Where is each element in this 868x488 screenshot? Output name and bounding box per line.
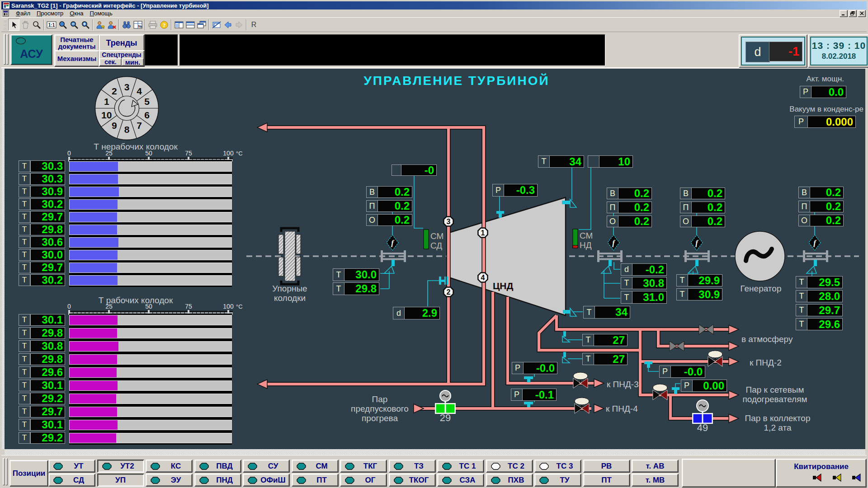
temp-value-box: Т29.6	[19, 366, 65, 378]
zoom-out-icon[interactable]	[68, 19, 80, 31]
temp-bar-fill	[70, 381, 118, 390]
gauge-g4-v: В0.2	[798, 187, 844, 198]
nav-button-тз[interactable]: ТЗ	[389, 460, 436, 473]
nav-button-тког[interactable]: ТКОГ	[389, 474, 436, 487]
grip-handle[interactable]	[5, 458, 8, 485]
valve49-label: 49	[691, 423, 714, 432]
minimize-button[interactable]	[840, 10, 848, 17]
temp-value-box: Т30.3	[19, 173, 65, 185]
temp-bar	[69, 263, 232, 273]
cursor-arrow-icon[interactable]	[8, 19, 19, 31]
temp-bar	[69, 199, 232, 210]
nav-button-сд[interactable]: СД	[48, 474, 95, 487]
nav-button-пт[interactable]: ПТ	[583, 474, 630, 487]
menu-item-2[interactable]: Просмотр	[33, 9, 66, 17]
vacuum-label: Вакуум в конденс-ре	[746, 104, 863, 114]
help-icon[interactable]: ?	[158, 19, 170, 31]
grip-handle[interactable]	[3, 458, 5, 485]
nav-button-пт[interactable]: ПТ	[292, 474, 339, 487]
lp-cylinder-label: ЦНД	[493, 281, 515, 291]
nav-button-кс[interactable]: КС	[146, 460, 193, 473]
nav-button-сза[interactable]: СЗА	[437, 474, 484, 487]
bars2-title: Т рабочих колодок	[54, 296, 217, 305]
thrust-bearing-label: Упорныеколодки	[269, 284, 310, 303]
split-vertical-icon[interactable]	[173, 19, 184, 31]
nav-button-тс-2[interactable]: ТС 2	[486, 460, 533, 473]
mechanisms-button[interactable]: Механизмы	[54, 50, 99, 67]
gauge-g2-o: О0.2	[607, 216, 652, 227]
nav-button-ткг[interactable]: ТКГ	[340, 460, 387, 473]
nav-button-т-ав[interactable]: т. АВ	[632, 460, 679, 473]
status-dot-on	[345, 463, 354, 470]
nav-button-рв[interactable]: РВ	[583, 460, 630, 473]
gauge-g3-v: В0.2	[680, 188, 725, 199]
menu-item-1[interactable]: Файл	[13, 9, 33, 17]
nav-forward-icon[interactable]	[233, 19, 245, 31]
one-to-one-icon[interactable]: 1:1	[46, 19, 57, 31]
spectrends-min-button[interactable]: мин.	[122, 58, 144, 66]
nav-button-тс-3[interactable]: ТС 3	[534, 460, 581, 473]
nav-button-пхв[interactable]: ПХВ	[486, 474, 533, 487]
menu-item-3[interactable]: Окна	[66, 9, 86, 17]
temp-value-box: Т30.2	[19, 274, 65, 286]
magnifier-icon[interactable]	[31, 19, 42, 31]
menu-item-4[interactable]: Помощь	[87, 9, 116, 17]
document-icon[interactable]	[3, 10, 10, 17]
user-logout-icon[interactable]	[106, 19, 117, 31]
nav-button-пвд[interactable]: ПВД	[194, 460, 241, 473]
toolbar-grip[interactable]	[4, 19, 7, 30]
tag-table-icon[interactable]: №	[132, 19, 143, 31]
nav-back-icon[interactable]	[222, 19, 233, 31]
zoom-in-icon[interactable]	[80, 19, 91, 31]
split-horizontal-icon[interactable]	[184, 19, 196, 31]
nav-button-ту[interactable]: ТУ	[534, 474, 581, 487]
speaker-yellow-icon[interactable]	[832, 473, 843, 485]
header-panel: АСУ Печатные документы Механизмы Тренды …	[1, 32, 867, 68]
nav-button-тс-1[interactable]: ТС 1	[437, 460, 484, 473]
gauge-g2-v: В0.2	[607, 188, 652, 199]
user-login-icon[interactable]	[94, 19, 106, 31]
print-documents-button[interactable]: Печатные документы	[54, 34, 99, 52]
spectrends-button[interactable]: Спецтренды сек. мин.	[99, 50, 145, 67]
spectrends-sec-button[interactable]: сек.	[99, 58, 122, 66]
nav-button-уп[interactable]: УП	[97, 474, 144, 487]
nav-button-см[interactable]: СМ	[292, 460, 339, 473]
grip-handle[interactable]	[4, 34, 6, 65]
restore-button[interactable]	[849, 10, 857, 17]
hand-icon[interactable]	[19, 19, 31, 31]
nav-button-пнд[interactable]: ПНД	[194, 474, 241, 487]
blank-panel	[682, 459, 776, 488]
gauge-t30-9: Т30.9	[676, 288, 722, 300]
zoom-select-icon[interactable]	[57, 19, 68, 31]
nav-button-ог[interactable]: ОГ	[340, 474, 387, 487]
nav-button-ут2[interactable]: УТ2	[97, 460, 144, 473]
asu-button[interactable]: АСУ	[10, 34, 52, 65]
close-button[interactable]	[858, 10, 866, 17]
temp-bar	[69, 394, 232, 404]
gauge-t29-9: Т29.9	[676, 274, 722, 286]
speaker-blue-icon[interactable]	[851, 473, 862, 485]
temp-value-box: Т30.1	[19, 314, 65, 326]
edit-layers-icon[interactable]	[211, 19, 222, 31]
printer-icon[interactable]	[147, 19, 158, 31]
horizontal-scrollbar[interactable]	[5, 449, 865, 455]
gauge-g1-o: О0.2	[366, 214, 412, 226]
gauge-t29-7: Т29.7	[796, 304, 843, 316]
nav-button-эу[interactable]: ЭУ	[146, 474, 193, 487]
nav-button-су[interactable]: СУ	[243, 460, 290, 473]
speaker-red-icon[interactable]	[812, 473, 823, 485]
status-dot-on	[151, 477, 160, 484]
nav-button-т-мв[interactable]: т. МВ	[632, 474, 679, 487]
cascade-icon[interactable]	[196, 19, 207, 31]
left-scrollbar[interactable]	[2, 69, 5, 449]
trends-button[interactable]: Тренды	[99, 34, 145, 52]
nav-button-ут[interactable]: УТ	[48, 460, 95, 473]
r-mode-icon[interactable]: R	[248, 19, 259, 31]
binoculars-icon[interactable]	[121, 19, 132, 31]
gauge-t28-0: Т28.0	[796, 290, 843, 302]
positions-button[interactable]: Позиции	[9, 460, 48, 487]
grip-handle[interactable]	[6, 34, 9, 65]
status-dot-on	[442, 477, 452, 484]
gauge-g4-o: О0.2	[798, 215, 844, 226]
nav-button-офиш[interactable]: ОФиШ	[243, 474, 290, 487]
